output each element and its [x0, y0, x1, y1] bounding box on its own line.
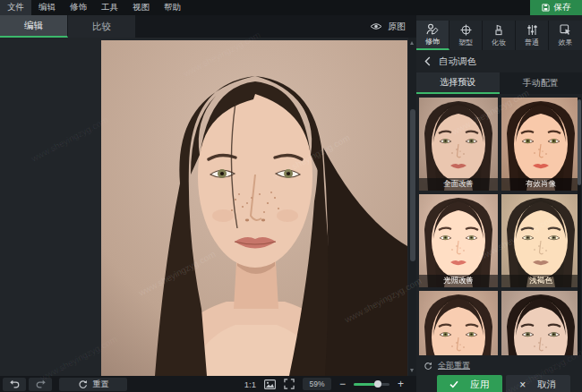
scroll-up-arrow-icon[interactable] — [410, 41, 414, 45]
menu-view[interactable]: 视图 — [125, 0, 157, 15]
save-button[interactable]: 保存 — [530, 0, 582, 15]
original-label: 原图 — [388, 21, 406, 33]
preset-thumbnail[interactable]: 光照改善 — [419, 194, 498, 287]
retouch-icon — [426, 23, 439, 35]
tool-tab-makeup[interactable]: 化妆 — [483, 21, 516, 50]
tool-tabs: 修饰 塑型 化妆 普通 效果 — [416, 21, 582, 50]
apply-button[interactable]: 应用 — [437, 375, 502, 392]
reshape-icon — [460, 24, 472, 36]
preset-thumbnail[interactable]: 有效肖像 — [501, 98, 580, 191]
eye-icon — [370, 22, 382, 30]
tab-manual-config[interactable]: 手动配置 — [500, 72, 582, 94]
zoom-out-button[interactable]: − — [339, 379, 346, 389]
tool-tab-label: 普通 — [525, 38, 539, 47]
tab-compare[interactable]: 比较 — [68, 15, 136, 38]
tool-tab-label: 效果 — [559, 38, 573, 47]
preset-scrollbar-thumb[interactable] — [578, 99, 581, 185]
preset-scrollbar[interactable] — [578, 98, 581, 355]
tool-tab-label: 化妆 — [492, 38, 506, 47]
preset-label: 光照改善 — [419, 275, 498, 287]
reset-all-link[interactable]: 全部重置 — [424, 360, 582, 371]
tool-tab-reshape[interactable]: 塑型 — [449, 21, 483, 50]
canvas-toolbar: 重置 1:1 59% − + — [0, 376, 416, 392]
image-canvas[interactable] — [0, 38, 416, 376]
undo-button[interactable] — [3, 378, 26, 391]
zoom-slider-knob[interactable] — [374, 380, 381, 388]
scrollbar-thumb[interactable] — [410, 109, 415, 261]
reset-button[interactable]: 重置 — [59, 378, 127, 391]
tool-tab-general[interactable]: 普通 — [516, 21, 549, 50]
auto-color-header: 自动调色 — [416, 50, 582, 72]
preset-label: 全面改善 — [419, 178, 498, 191]
menu-edit[interactable]: 编辑 — [31, 0, 63, 15]
reset-icon — [78, 379, 88, 389]
tab-select-preset[interactable]: 选择预设 — [416, 72, 500, 94]
portrait-photo — [101, 40, 407, 376]
check-icon — [449, 380, 458, 388]
zoom-in-button[interactable]: + — [398, 379, 404, 389]
lipstick-icon — [493, 24, 504, 36]
tool-tab-label: 塑型 — [458, 38, 473, 47]
menu-help[interactable]: 帮助 — [157, 0, 188, 15]
right-panel: 修饰 塑型 化妆 普通 效果 自动调色 选择预设 手动配置 全面改善 — [416, 15, 582, 392]
preset-label: 有效肖像 — [501, 178, 580, 191]
auto-color-title: 自动调色 — [439, 55, 476, 68]
sliders-icon — [526, 24, 538, 36]
menu-tools[interactable]: 工具 — [94, 0, 125, 15]
cancel-label: 取消 — [537, 379, 556, 391]
show-original-toggle[interactable]: 原图 — [370, 15, 406, 38]
preset-thumbnail[interactable] — [419, 291, 498, 355]
menu-retouch[interactable]: 修饰 — [63, 0, 94, 15]
save-label: 保存 — [554, 2, 571, 13]
reset-all-label: 全部重置 — [438, 360, 470, 371]
action-buttons: 应用 × 取消 — [416, 375, 582, 392]
back-chevron-icon[interactable] — [424, 56, 431, 66]
fullscreen-icon[interactable] — [284, 379, 295, 389]
preset-thumbnail[interactable]: 浅褐色 — [501, 194, 580, 287]
preset-mode-tabs: 选择预设 手动配置 — [416, 72, 582, 94]
effects-icon — [560, 24, 571, 36]
undo-icon — [9, 379, 21, 388]
zoom-slider[interactable] — [354, 379, 389, 388]
view-tabstrip: 编辑 比较 原图 — [0, 15, 416, 38]
preset-thumbnail[interactable] — [501, 291, 580, 355]
zoom-slider-fill — [354, 383, 376, 386]
canvas-vertical-scrollbar[interactable] — [408, 38, 416, 376]
scroll-down-arrow-icon[interactable] — [410, 369, 414, 372]
tool-tab-effects[interactable]: 效果 — [549, 21, 582, 50]
redo-icon — [35, 379, 47, 388]
save-icon — [542, 4, 550, 12]
zoom-percent-display[interactable]: 59% — [303, 378, 331, 390]
tool-tab-retouch[interactable]: 修饰 — [416, 21, 449, 50]
menu-file[interactable]: 文件 — [0, 0, 31, 15]
preset-grid: 全面改善 有效肖像 光照改善 浅褐色 — [419, 98, 582, 355]
tab-edit[interactable]: 编辑 — [0, 15, 68, 38]
redo-button[interactable] — [29, 378, 52, 391]
cancel-button[interactable]: × 取消 — [506, 375, 571, 392]
reset-label: 重置 — [93, 379, 109, 390]
menu-bar: 文件 编辑 修饰 工具 视图 帮助 保存 — [0, 0, 582, 15]
preset-thumbnail[interactable]: 全面改善 — [419, 98, 498, 191]
close-icon: × — [519, 379, 526, 390]
preset-label: 浅褐色 — [501, 275, 580, 287]
reset-all-icon — [424, 362, 432, 371]
ratio-1-1-button[interactable]: 1:1 — [244, 379, 256, 389]
fit-image-icon[interactable] — [264, 379, 276, 389]
apply-label: 应用 — [470, 379, 489, 391]
tool-tab-label: 修饰 — [425, 37, 440, 47]
